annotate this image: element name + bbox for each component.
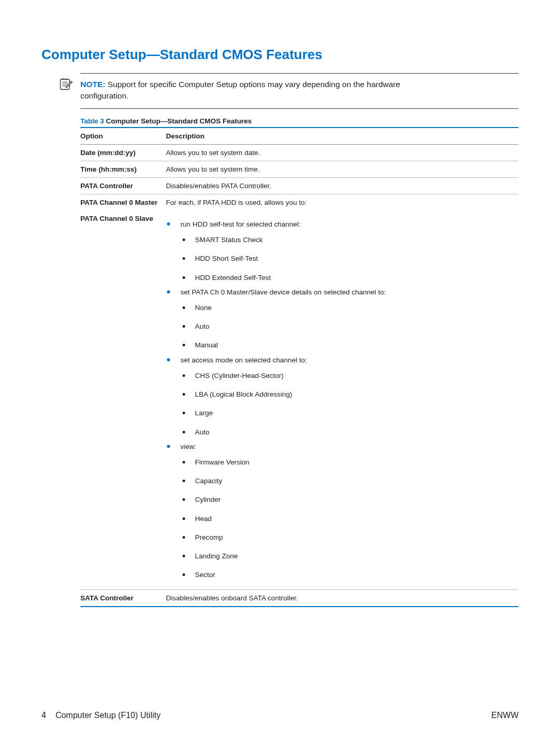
desc-pata-controller: Disables/enables PATA Controller.	[166, 177, 519, 194]
option-date: Date (mm:dd:yy)	[80, 144, 166, 161]
list-item: set PATA Ch 0 Master/Slave device detail…	[166, 288, 514, 350]
cmos-features-table: Option Description Date (mm:dd:yy) Allow…	[80, 127, 519, 607]
table-row: SATA Controller Disables/enables onboard…	[80, 589, 519, 607]
option-pata-master: PATA Channel 0 Master	[80, 194, 166, 210]
list-item: run HDD self-test for selected channel: …	[166, 220, 514, 283]
list-item: Head	[180, 514, 514, 524]
table-caption-title: Computer Setup—Standard CMOS Features	[104, 117, 252, 125]
page-number: 4	[41, 711, 46, 720]
bullet-access-mode: set access mode on selected channel to:	[180, 356, 307, 364]
desc-pata-master: For each, if PATA HDD is used, allows yo…	[166, 194, 519, 210]
list-item: CHS (Cylinder-Head-Sector)	[180, 371, 514, 381]
list-item: Precomp	[180, 533, 514, 542]
table-row: PATA Channel 0 Master For each, if PATA …	[80, 194, 519, 210]
table-caption-prefix: Table 3	[80, 117, 104, 125]
list-item: Manual	[180, 341, 514, 350]
list-item: Auto	[180, 322, 514, 331]
note-text-cont: configuration.	[80, 90, 519, 102]
desc-time: Allows you to set system time.	[166, 161, 519, 177]
list-item: Capacity	[180, 476, 514, 486]
table-row: Time (hh:mm:ss) Allows you to set system…	[80, 161, 519, 177]
page-footer: 4 Computer Setup (F10) Utility ENWW	[41, 711, 519, 720]
table-row: PATA Controller Disables/enables PATA Co…	[80, 177, 519, 194]
list-item: Landing Zone	[180, 552, 514, 561]
note-block: NOTE: Support for specific Computer Setu…	[80, 73, 519, 109]
list-item: set access mode on selected channel to: …	[166, 356, 514, 437]
list-item: view: Firmware Version Capacity Cylinder…	[166, 442, 514, 580]
option-sata-controller: SATA Controller	[80, 589, 166, 607]
note-icon	[59, 77, 73, 91]
bullet-device-details: set PATA Ch 0 Master/Slave device detail…	[180, 288, 386, 296]
table-row: PATA Channel 0 Slave run HDD self-test f…	[80, 210, 519, 589]
list-item: LBA (Logical Block Addressing)	[180, 390, 514, 399]
option-pata-slave: PATA Channel 0 Slave	[80, 210, 166, 589]
desc-sata-controller: Disables/enables onboard SATA controller…	[166, 589, 519, 607]
bullet-selftest: run HDD self-test for selected channel:	[180, 220, 301, 228]
table-caption: Table 3 Computer Setup—Standard CMOS Fea…	[80, 117, 519, 125]
table-header-row: Option Description	[80, 128, 519, 145]
footer-section: Computer Setup (F10) Utility	[55, 711, 161, 720]
bullet-view: view:	[180, 443, 197, 451]
list-item: Auto	[180, 428, 514, 437]
col-option: Option	[80, 128, 166, 145]
note-label: NOTE:	[80, 80, 105, 89]
desc-pata-detail: run HDD self-test for selected channel: …	[166, 210, 519, 589]
desc-date: Allows you to set system date.	[166, 144, 519, 161]
list-item: HDD Short Self-Test	[180, 254, 514, 263]
option-pata-controller: PATA Controller	[80, 177, 166, 194]
list-item: None	[180, 303, 514, 313]
option-time: Time (hh:mm:ss)	[80, 161, 166, 177]
list-item: Sector	[180, 570, 514, 580]
col-description: Description	[166, 128, 519, 145]
footer-right: ENWW	[492, 711, 519, 720]
table-row: Date (mm:dd:yy) Allows you to set system…	[80, 144, 519, 161]
list-item: Firmware Version	[180, 458, 514, 467]
list-item: Cylinder	[180, 495, 514, 504]
list-item: Large	[180, 409, 514, 418]
page-title: Computer Setup—Standard CMOS Features	[41, 47, 519, 63]
list-item: SMART Status Check	[180, 235, 514, 245]
note-text: Support for specific Computer Setup opti…	[108, 80, 400, 89]
list-item: HDD Extended Self-Test	[180, 273, 514, 283]
